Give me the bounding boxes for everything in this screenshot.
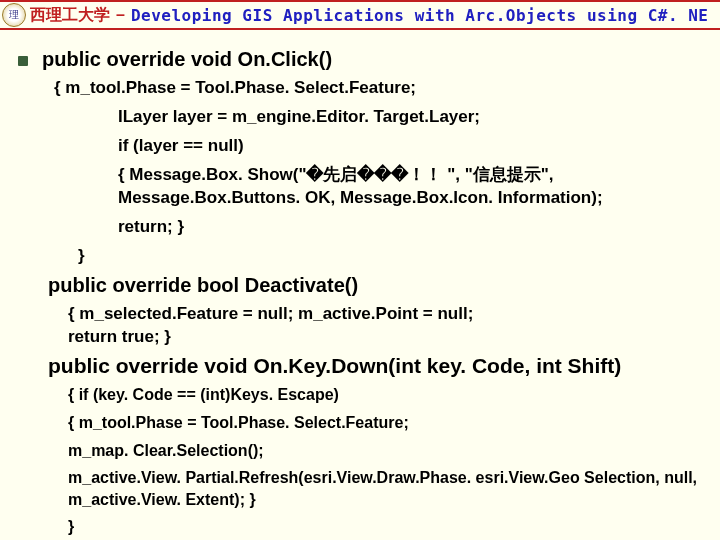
code-line: m_map. Clear.Selection(); <box>18 440 712 462</box>
slide-content: public override void On.Click() { m_tool… <box>0 30 720 538</box>
code-line: { m_tool.Phase = Tool.Phase. Select.Feat… <box>18 77 712 100</box>
code-close-brace: } <box>18 245 712 268</box>
code-line: { Message.Box. Show("�先启���！！ ", "信息提示",… <box>18 164 712 210</box>
code-line: { m_tool.Phase = Tool.Phase. Select.Feat… <box>18 412 712 434</box>
square-bullet-icon <box>18 56 28 66</box>
course-title: Developing GIS Applications with Arc.Obj… <box>131 6 709 25</box>
method3-signature: public override void On.Key.Down(int key… <box>18 354 712 378</box>
header-separator: – <box>116 6 125 24</box>
code-line: ILayer layer = m_engine.Editor. Target.L… <box>18 106 712 129</box>
code-close-brace: } <box>18 516 712 538</box>
code-line: m_active.View. Partial.Refresh(esri.View… <box>18 467 712 510</box>
university-name: 西理工大学 <box>30 5 110 26</box>
logo-glyph: 理 <box>9 8 19 22</box>
code-line: { if (key. Code == (int)Keys. Escape) <box>18 384 712 406</box>
bullet-item: public override void On.Click() <box>18 48 712 71</box>
method2-signature: public override bool Deactivate() <box>18 274 712 297</box>
slide-header: 理 西理工大学 – Developing GIS Applications wi… <box>0 0 720 30</box>
code-line: return; } <box>18 216 712 239</box>
method1-signature: public override void On.Click() <box>42 48 332 71</box>
code-line: if (layer == null) <box>18 135 712 158</box>
university-logo: 理 <box>2 3 26 27</box>
code-line: { m_selected.Feature = null; m_active.Po… <box>18 303 712 349</box>
